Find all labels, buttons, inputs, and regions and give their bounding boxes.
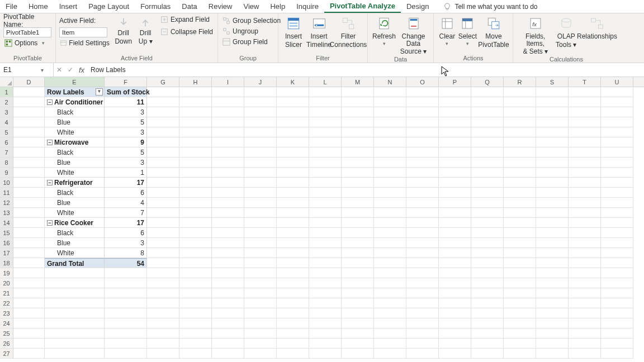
- cell[interactable]: [212, 188, 244, 198]
- cell[interactable]: [147, 349, 179, 359]
- cell[interactable]: Blue: [45, 238, 105, 248]
- cell[interactable]: [406, 248, 439, 258]
- cell[interactable]: [147, 208, 179, 218]
- cell[interactable]: [147, 228, 179, 238]
- cell[interactable]: [569, 298, 601, 308]
- cell[interactable]: [439, 97, 471, 107]
- cell[interactable]: [309, 318, 342, 328]
- cell[interactable]: [601, 87, 633, 97]
- cell[interactable]: [374, 298, 406, 308]
- cell[interactable]: [406, 308, 439, 318]
- cell[interactable]: Black: [45, 188, 105, 198]
- cell[interactable]: 5: [105, 117, 147, 127]
- cell[interactable]: [471, 218, 504, 228]
- cell[interactable]: [13, 328, 45, 339]
- col-header-G[interactable]: G: [147, 77, 179, 87]
- cell[interactable]: [309, 158, 342, 168]
- cell[interactable]: Sum of Stock: [105, 87, 147, 97]
- cell[interactable]: [601, 238, 633, 248]
- cell[interactable]: [471, 248, 504, 258]
- cell[interactable]: 3: [105, 107, 147, 117]
- cell[interactable]: [277, 298, 309, 308]
- cell[interactable]: [13, 228, 45, 238]
- cell[interactable]: [374, 318, 406, 328]
- cell[interactable]: [569, 178, 601, 188]
- cell[interactable]: [342, 117, 374, 127]
- insert-slicer-button[interactable]: InsertSlicer: [282, 15, 305, 48]
- cell[interactable]: [471, 298, 504, 308]
- cell[interactable]: [13, 258, 45, 268]
- cell[interactable]: [374, 218, 406, 228]
- cell[interactable]: [309, 137, 342, 147]
- col-header-N[interactable]: N: [374, 77, 406, 87]
- cell[interactable]: [536, 188, 569, 198]
- cell[interactable]: [179, 328, 212, 339]
- cell[interactable]: [244, 349, 277, 359]
- cell[interactable]: [147, 278, 179, 288]
- cell[interactable]: [244, 188, 277, 198]
- cell[interactable]: [601, 137, 633, 147]
- group-selection-button[interactable]: Group Selection: [221, 16, 282, 25]
- cell[interactable]: [471, 208, 504, 218]
- cell[interactable]: [569, 117, 601, 127]
- cell[interactable]: [277, 117, 309, 127]
- cell[interactable]: [13, 147, 45, 158]
- cell[interactable]: 5: [105, 147, 147, 158]
- cell[interactable]: [601, 278, 633, 288]
- menu-tab-home[interactable]: Home: [23, 1, 54, 12]
- cell[interactable]: [601, 208, 633, 218]
- cell[interactable]: [309, 178, 342, 188]
- cell[interactable]: [439, 158, 471, 168]
- cell[interactable]: [277, 137, 309, 147]
- cell[interactable]: [439, 198, 471, 208]
- cell[interactable]: [406, 349, 439, 359]
- row-header[interactable]: 2: [0, 97, 13, 107]
- cell[interactable]: [569, 107, 601, 117]
- drill-up-button[interactable]: DrillUp ▾: [136, 15, 155, 45]
- cell[interactable]: [244, 278, 277, 288]
- cell[interactable]: [374, 97, 406, 107]
- cell[interactable]: [569, 218, 601, 228]
- cell[interactable]: [212, 349, 244, 359]
- row-header[interactable]: 26: [0, 339, 13, 349]
- drill-down-button[interactable]: DrillDown: [113, 15, 134, 45]
- cell[interactable]: [212, 238, 244, 248]
- cell[interactable]: [179, 117, 212, 127]
- cell[interactable]: [569, 228, 601, 238]
- cell[interactable]: White: [45, 208, 105, 218]
- cell[interactable]: [439, 248, 471, 258]
- cell[interactable]: [309, 168, 342, 178]
- cell[interactable]: [406, 318, 439, 328]
- cell[interactable]: [374, 117, 406, 127]
- cell[interactable]: [342, 147, 374, 158]
- cell[interactable]: [536, 147, 569, 158]
- clear-button[interactable]: Clear▾: [437, 15, 457, 46]
- cell[interactable]: [601, 308, 633, 318]
- cell[interactable]: [244, 339, 277, 349]
- cell[interactable]: [504, 87, 536, 97]
- cell[interactable]: [374, 168, 406, 178]
- cell[interactable]: [471, 87, 504, 97]
- row-header[interactable]: 10: [0, 178, 13, 188]
- cell[interactable]: [504, 117, 536, 127]
- cell[interactable]: [244, 248, 277, 258]
- cell[interactable]: [147, 328, 179, 339]
- ungroup-button[interactable]: Ungroup: [221, 27, 282, 36]
- cell[interactable]: [179, 168, 212, 178]
- cell[interactable]: [536, 278, 569, 288]
- cell[interactable]: [179, 127, 212, 137]
- cell[interactable]: [212, 339, 244, 349]
- cell[interactable]: [13, 308, 45, 318]
- cell[interactable]: −Air Conditioner: [45, 97, 105, 107]
- cell[interactable]: [504, 339, 536, 349]
- cell[interactable]: [13, 238, 45, 248]
- cell[interactable]: [342, 349, 374, 359]
- cell[interactable]: [244, 328, 277, 339]
- tell-me-search[interactable]: Tell me what you want to do: [443, 3, 537, 11]
- cell[interactable]: [179, 339, 212, 349]
- cell[interactable]: [244, 218, 277, 228]
- col-header-R[interactable]: R: [504, 77, 536, 87]
- cell[interactable]: [342, 278, 374, 288]
- cell[interactable]: [277, 238, 309, 248]
- cell[interactable]: [374, 339, 406, 349]
